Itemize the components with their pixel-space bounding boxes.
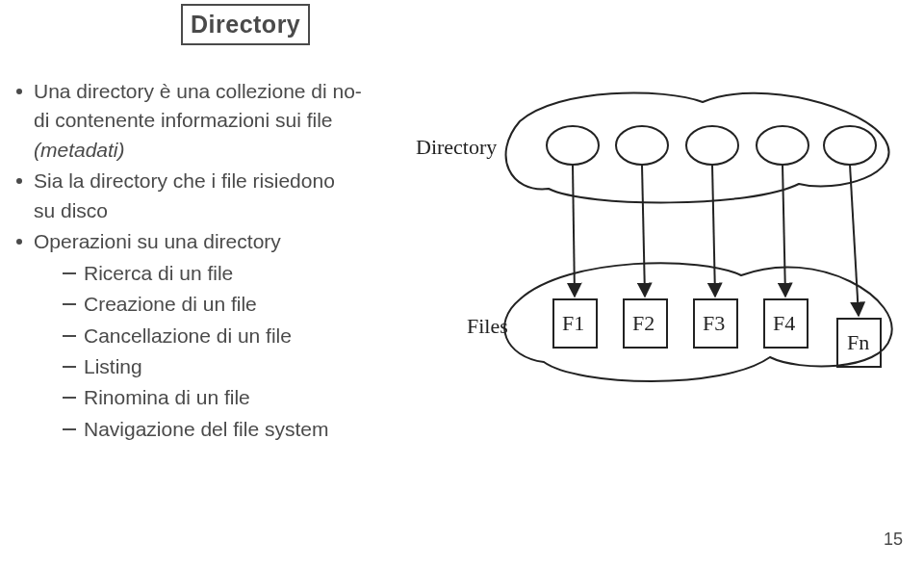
sub-bullet-text: Rinomina di un file bbox=[84, 386, 250, 408]
bullet-item: Operazioni su una directory Ricerca di u… bbox=[14, 227, 476, 444]
directory-label: Directory bbox=[416, 135, 497, 159]
slide-title: Directory bbox=[181, 4, 310, 45]
slide-title-frame: Directory Directory bbox=[181, 4, 310, 45]
file-box: F2 bbox=[624, 299, 667, 348]
bullet-item: Sia la directory che i file risiedono su… bbox=[14, 167, 476, 225]
file-box: F1 bbox=[553, 299, 597, 348]
directory-blob bbox=[506, 92, 889, 202]
file-box-label: F1 bbox=[562, 311, 584, 335]
bullet-line: Operazioni su una directory bbox=[34, 227, 476, 256]
directory-node-icon bbox=[824, 126, 876, 165]
files-label: Files bbox=[467, 314, 508, 338]
file-box-label: F3 bbox=[703, 311, 725, 335]
bullet-line: Una directory è una collezione di no- bbox=[34, 77, 476, 106]
file-box-label: Fn bbox=[847, 330, 869, 354]
sub-bullet-text: Cancellazione di un file bbox=[84, 324, 292, 347]
directory-node-icon bbox=[686, 126, 738, 165]
arrow-icon bbox=[712, 165, 715, 297]
bullet-line: su disco bbox=[34, 196, 476, 225]
file-box: F3 bbox=[694, 299, 737, 348]
file-box: Fn bbox=[837, 319, 881, 367]
directory-node-icon bbox=[616, 126, 668, 165]
sub-bullet-item: Navigazione del file system bbox=[63, 415, 476, 444]
arrow-icon bbox=[783, 165, 785, 297]
bullet-line: Sia la directory che i file risiedono bbox=[34, 167, 476, 195]
arrow-icon bbox=[573, 165, 575, 297]
directory-node-icon bbox=[757, 126, 808, 165]
sub-bullet-text: Listing bbox=[84, 355, 142, 377]
sub-bullet-text: Ricerca di un file bbox=[84, 262, 233, 284]
diagram-svg: Directory Files F1 F2 bbox=[414, 83, 914, 401]
page-number: 15 bbox=[884, 527, 903, 552]
file-box-label: F4 bbox=[773, 311, 795, 335]
slide-title-text: Directory bbox=[191, 11, 300, 38]
directory-node-icon bbox=[547, 126, 599, 165]
arrow-icon bbox=[850, 165, 859, 316]
file-box: F4 bbox=[764, 299, 808, 348]
diagram: Directory Files F1 F2 bbox=[414, 83, 914, 408]
content-area: Una directory è una collezione di no- di… bbox=[14, 77, 476, 446]
file-box-label: F2 bbox=[632, 311, 654, 335]
bullet-item: Una directory è una collezione di no- di… bbox=[14, 77, 476, 165]
bullet-line-italic: (metadati) bbox=[34, 136, 476, 165]
bullet-line: di contenente informazioni sui file bbox=[34, 106, 476, 135]
sub-bullet-text: Navigazione del file system bbox=[84, 418, 328, 440]
arrow-icon bbox=[642, 165, 645, 297]
sub-bullet-text: Creazione di un file bbox=[84, 293, 257, 315]
